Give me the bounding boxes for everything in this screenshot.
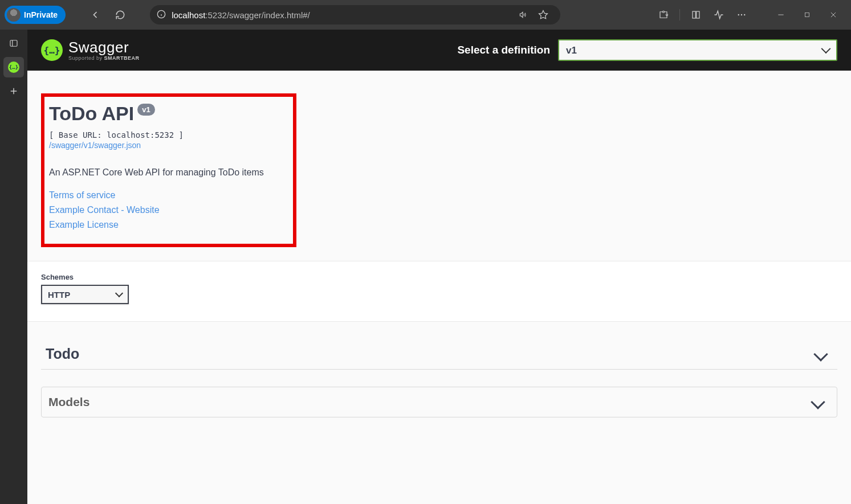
svg-rect-12 xyxy=(805,13,809,17)
tab-actions-button[interactable] xyxy=(3,33,24,54)
svg-point-8 xyxy=(738,14,739,15)
vertical-tab-strip: {…} xyxy=(0,30,27,504)
tag-todo-label: Todo xyxy=(46,346,79,362)
svg-marker-3 xyxy=(539,11,548,19)
api-version-badge: v1 xyxy=(137,104,154,116)
api-title: ToDo API v1 xyxy=(49,103,288,125)
extensions-icon[interactable] xyxy=(653,5,674,25)
toolbar-divider xyxy=(679,9,680,21)
base-url: [ Base URL: localhost:5232 ] xyxy=(49,130,288,140)
svg-rect-15 xyxy=(10,40,17,47)
schemes-select[interactable]: HTTP xyxy=(41,285,129,304)
maximize-button[interactable] xyxy=(794,5,820,25)
svg-rect-7 xyxy=(697,11,699,18)
svg-rect-6 xyxy=(693,11,695,18)
api-description: An ASP.NET Core Web API for managing ToD… xyxy=(49,167,288,178)
schemes-label: Schemes xyxy=(41,273,837,281)
swagger-logo[interactable]: {…} Swagger Supported by SMARTBEAR xyxy=(41,39,140,61)
performance-icon[interactable] xyxy=(709,5,729,25)
swagger-logo-icon: {…} xyxy=(41,39,63,61)
svg-point-4 xyxy=(663,11,665,13)
models-section[interactable]: Models xyxy=(41,387,837,417)
license-link[interactable]: Example License xyxy=(49,220,288,230)
terms-link[interactable]: Terms of service xyxy=(49,190,288,200)
schemes-section: Schemes HTTP xyxy=(27,261,851,321)
chevron-down-icon xyxy=(811,395,825,409)
api-info-box: ToDo API v1 [ Base URL: localhost:5232 ]… xyxy=(41,93,296,247)
definition-label: Select a definition xyxy=(457,44,550,56)
swagger-topbar: {…} Swagger Supported by SMARTBEAR Selec… xyxy=(27,30,851,71)
profile-avatar-icon xyxy=(7,8,21,22)
spec-link[interactable]: /swagger/v1/swagger.json xyxy=(49,141,141,150)
swagger-logo-text: Swagger xyxy=(68,40,140,55)
contact-link[interactable]: Example Contact - Website xyxy=(49,205,288,215)
read-aloud-icon[interactable] xyxy=(515,7,531,23)
chevron-down-icon xyxy=(813,347,828,361)
back-button[interactable] xyxy=(85,5,105,25)
close-window-button[interactable] xyxy=(820,5,846,25)
refresh-button[interactable] xyxy=(110,5,131,25)
collections-icon[interactable] xyxy=(686,5,706,25)
favorite-star-icon[interactable] xyxy=(535,7,551,23)
url-text: localhost:5232/swagger/index.html#/ xyxy=(172,10,310,20)
tab-swagger[interactable]: {…} xyxy=(3,57,24,77)
minimize-button[interactable] xyxy=(768,5,794,25)
page-viewport[interactable]: {…} Swagger Supported by SMARTBEAR Selec… xyxy=(27,30,851,504)
site-info-icon[interactable] xyxy=(157,10,166,21)
swagger-logo-subtext: Supported by SMARTBEAR xyxy=(68,56,140,61)
inprivate-badge[interactable]: InPrivate xyxy=(5,6,66,24)
tag-todo[interactable]: Todo xyxy=(41,339,837,370)
address-bar[interactable]: localhost:5232/swagger/index.html#/ xyxy=(150,5,560,24)
definition-select[interactable]: v1 xyxy=(558,39,837,61)
models-label: Models xyxy=(48,395,89,409)
more-menu-icon[interactable] xyxy=(731,5,752,25)
svg-point-10 xyxy=(744,14,745,15)
svg-point-9 xyxy=(741,14,742,15)
browser-toolbar: InPrivate localhost:5232/swagger/index.h… xyxy=(0,0,851,30)
inprivate-label: InPrivate xyxy=(24,10,58,19)
new-tab-button[interactable] xyxy=(3,81,24,101)
